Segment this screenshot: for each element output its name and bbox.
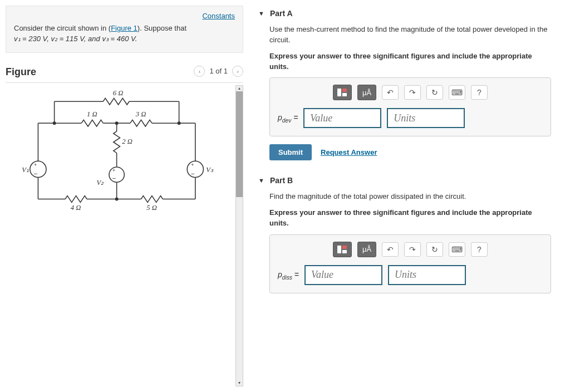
circuit-svg: + − + − + −: [6, 85, 233, 226]
figure-scrollbar[interactable]: ▴ ▾: [235, 85, 243, 386]
pdiss-label: pdiss =: [278, 270, 299, 281]
keyboard-icon[interactable]: ⌨: [449, 242, 465, 257]
keyboard-icon[interactable]: ⌨: [449, 85, 465, 100]
constants-link[interactable]: Constants: [14, 12, 235, 20]
svg-point-6: [187, 161, 203, 177]
svg-point-10: [115, 122, 117, 124]
svg-point-11: [178, 122, 180, 124]
problem-text: Consider the circuit shown in (Figure 1)…: [14, 23, 235, 45]
svg-point-9: [53, 122, 56, 124]
part-b-input-row: pdiss =: [278, 265, 543, 285]
pdiss-value-input[interactable]: [304, 265, 382, 285]
submit-button[interactable]: Submit: [269, 144, 312, 160]
svg-text:1 Ω: 1 Ω: [87, 110, 97, 118]
part-b-title: Part B: [270, 176, 293, 185]
scroll-up-icon[interactable]: ▴: [236, 86, 243, 91]
svg-point-12: [115, 198, 117, 200]
reset-icon[interactable]: ↻: [426, 242, 443, 257]
templates-icon[interactable]: [333, 242, 352, 257]
svg-rect-26: [342, 246, 347, 249]
svg-text:+: +: [34, 161, 37, 168]
part-b-answer-box: μÅ ↶ ↷ ↻ ⌨ ? pdiss =: [269, 234, 551, 293]
svg-text:−: −: [112, 174, 116, 182]
templates-icon[interactable]: [333, 85, 352, 100]
scroll-down-icon[interactable]: ▾: [236, 380, 243, 386]
svg-text:−: −: [34, 169, 38, 177]
svg-text:+: +: [112, 166, 116, 173]
svg-rect-22: [337, 89, 341, 96]
undo-icon[interactable]: ↶: [382, 242, 399, 257]
pdev-value-input[interactable]: [303, 108, 381, 128]
svg-text:2 Ω: 2 Ω: [122, 138, 132, 145]
circuit-diagram: + − + − + −: [6, 85, 233, 386]
svg-text:V₂: V₂: [97, 179, 105, 187]
undo-icon[interactable]: ↶: [382, 85, 399, 100]
pdev-units-input[interactable]: [387, 108, 465, 128]
figure-link[interactable]: Figure 1: [111, 24, 137, 32]
part-b-body: Find the magnitude of the total power di…: [256, 188, 553, 301]
svg-text:V₃: V₃: [206, 165, 214, 173]
caret-down-icon: ▼: [258, 10, 264, 17]
svg-text:5 Ω: 5 Ω: [146, 204, 157, 212]
svg-rect-23: [342, 89, 347, 92]
part-a-title: Part A: [270, 9, 293, 18]
right-pane: ▼ Part A Use the mesh-current method to …: [248, 0, 570, 392]
units-icon[interactable]: μÅ: [357, 242, 376, 257]
redo-icon[interactable]: ↷: [404, 242, 421, 257]
svg-point-0: [109, 167, 124, 182]
part-a-header[interactable]: ▼ Part A: [256, 6, 553, 21]
part-b-header[interactable]: ▼ Part B: [256, 173, 553, 188]
units-icon[interactable]: μÅ: [357, 85, 376, 100]
redo-icon[interactable]: ↷: [404, 85, 421, 100]
reset-icon[interactable]: ↻: [426, 85, 443, 100]
part-b-express: Express your answer to three significant…: [269, 208, 551, 229]
answer-toolbar-a: μÅ ↶ ↷ ↻ ⌨ ?: [278, 85, 543, 100]
figure-next-button[interactable]: ›: [232, 66, 243, 77]
pdiss-units-input[interactable]: [388, 265, 466, 285]
left-pane: Constants Consider the circuit shown in …: [0, 0, 248, 392]
svg-rect-25: [337, 246, 341, 253]
part-b-instruction: Find the magnitude of the total power di…: [269, 192, 551, 202]
figure-nav: ‹ 1 of 1 ›: [6, 66, 243, 77]
svg-text:6 Ω: 6 Ω: [113, 89, 124, 96]
part-a-answer-box: μÅ ↶ ↷ ↻ ⌨ ? pdev =: [269, 77, 551, 136]
svg-point-3: [30, 161, 46, 177]
svg-rect-24: [342, 93, 347, 96]
figure-area: + − + − + −: [6, 85, 243, 386]
part-a-body: Use the mesh-current method to find the …: [256, 21, 553, 168]
part-a-submit-row: Submit Request Answer: [269, 144, 551, 160]
caret-down-icon: ▼: [258, 177, 264, 184]
help-icon[interactable]: ?: [471, 242, 488, 257]
request-answer-link[interactable]: Request Answer: [321, 148, 377, 156]
part-a-instruction: Use the mesh-current method to find the …: [269, 24, 551, 46]
svg-text:3 Ω: 3 Ω: [135, 110, 146, 118]
figure-prev-button[interactable]: ‹: [194, 66, 205, 77]
part-a-input-row: pdev =: [278, 108, 543, 128]
figure-counter: 1 of 1: [209, 67, 228, 75]
part-a-express: Express your answer to three significant…: [269, 51, 551, 72]
svg-rect-27: [342, 250, 347, 253]
svg-text:4 Ω: 4 Ω: [71, 204, 81, 212]
pdev-label: pdev =: [278, 113, 298, 124]
svg-text:+: +: [191, 161, 194, 168]
scroll-thumb[interactable]: [236, 91, 243, 197]
svg-text:V₁: V₁: [22, 165, 29, 173]
svg-text:−: −: [191, 169, 195, 177]
answer-toolbar-b: μÅ ↶ ↷ ↻ ⌨ ?: [278, 242, 543, 257]
help-icon[interactable]: ?: [471, 85, 488, 100]
problem-statement-box: Constants Consider the circuit shown in …: [6, 6, 243, 53]
